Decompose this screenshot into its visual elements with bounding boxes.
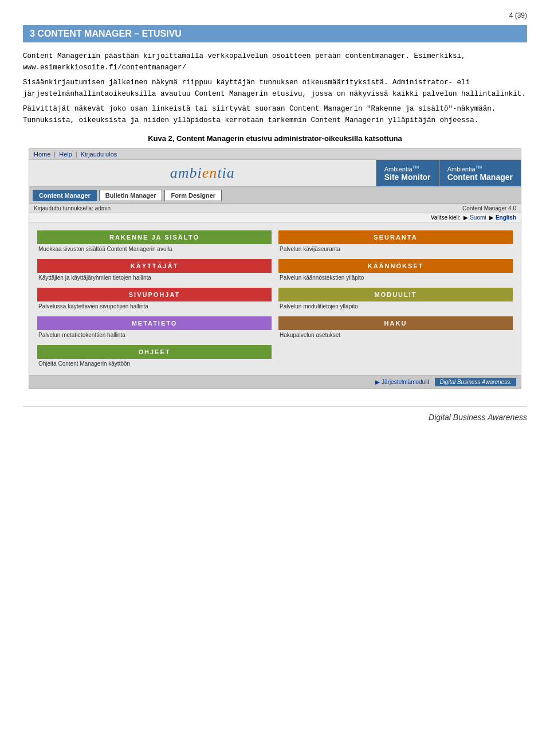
content-manager-brand: AmbientiaTM [447,164,482,173]
language-bar: Valitse kieli: ▶ Suomi ▶ English [29,213,521,222]
desc-haku: Hakupalvelun asetukset [278,332,513,338]
logo-area: ambientia [29,160,376,186]
section-title: 3 CONTENT MANAGER – ETUSIVU [23,25,527,42]
desc-rakenne-sisalto: Muokkaa sivuston sisältöä Content Manage… [37,246,272,252]
btn-kaannokset[interactable]: KÄÄNNÖKSET [278,259,513,273]
btn-sivupohjat[interactable]: SIVUPOHJAT [37,288,272,301]
page-number: 4 (39) [23,11,527,19]
header-area: ambientia AmbientiaTM Site Monitor Ambie… [29,160,521,187]
desc-kayttajat: Käyttäjien ja käyttäjäryhmien tietojen h… [37,275,272,281]
btn-rakenne-sisalto[interactable]: RAKENNE JA SISÄLTÖ [37,230,272,244]
product-boxes: AmbientiaTM Site Monitor AmbientiaTM Con… [376,160,521,186]
jarjestelmamodulit-link[interactable]: ▶ Järjestelmämodulit [375,379,429,385]
figure-caption: Kuva 2, Content Managerin etusivu admini… [23,134,527,143]
desc-seuranta: Palvelun kävijäseuranta [278,246,513,252]
paragraph-2: Sisäänkirjautumisen jälkeinen näkymä rii… [23,77,527,100]
content-manager-name: Content Manager [447,173,513,182]
grid-item-ohjeet: OHJEET Ohjeita Content Managerin käyttöö… [34,342,275,370]
lang-suomi[interactable]: Suomi [470,214,486,221]
logged-in-info: Kirjauduttu tunnuksella: admin [34,205,111,211]
version-info: Content Manager 4.0 [462,205,516,211]
site-monitor-name: Site Monitor [384,173,431,182]
screenshot-container: Home | Help | Kirjaudu ulos ambientia Am… [29,148,521,389]
nav-logout[interactable]: Kirjaudu ulos [81,151,117,158]
site-monitor-box: AmbientiaTM Site Monitor [376,160,439,186]
grid-item-haku: HAKU Hakupalvelun asetukset [275,313,516,342]
grid-item-metatieto: METATIETO Palvelun metatietokenttien hal… [34,313,275,342]
nav-sep-1: | [54,151,56,158]
btn-kayttajat[interactable]: KÄYTTÄJÄT [37,259,272,273]
btn-seuranta[interactable]: SEURANTA [278,230,513,244]
btn-ohjeet[interactable]: OHJEET [37,345,272,359]
nav-home[interactable]: Home [34,151,50,158]
grid-item-kayttajat: KÄYTTÄJÄT Käyttäjien ja käyttäjäryhmien … [34,256,275,284]
grid-item-moduulit: MODUULIT Palvelun modulitietojen ylläpit… [275,284,516,313]
grid-item-rakenne: RAKENNE JA SISÄLTÖ Muokkaa sivuston sisä… [34,227,275,256]
info-bar: Kirjauduttu tunnuksella: admin Content M… [29,204,521,213]
desc-sivupohjat: Palvelussa käytettävien sivupohjien hall… [37,303,272,310]
desc-kaannokset: Palvelun käännöstekstien ylläpito [278,275,513,281]
btn-haku[interactable]: HAKU [278,316,513,330]
lang-english[interactable]: English [496,214,516,221]
lang-label: Valitse kieli: [431,214,461,221]
desc-metatieto: Palvelun metatietokenttien hallinta [37,332,272,338]
paragraph-1: Content Manageriin päästään kirjoittamal… [23,50,527,73]
page-footer: Digital Business Awareness [23,406,527,422]
btn-metatieto[interactable]: METATIETO [37,316,272,330]
desc-ohjeet: Ohjeita Content Managerin käyttöön [37,361,272,367]
site-monitor-brand: AmbientiaTM [384,164,419,173]
main-grid: RAKENNE JA SISÄLTÖ Muokkaa sivuston sisä… [29,222,521,375]
paragraph-3: Päivittäjät näkevät joko osan linkeistä … [23,103,527,126]
btn-moduulit[interactable]: MODUULIT [278,288,513,301]
grid-item-empty [275,342,516,370]
grid-item-seuranta: SEURANTA Palvelun kävijäseuranta [275,227,516,256]
footer-brand: Digital Business Awareness. [435,378,516,386]
logo-text: ambientia [170,164,235,182]
nav-form-designer[interactable]: Form Designer [164,190,222,201]
grid-item-kaannokset: KÄÄNNÖKSET Palvelun käännöstekstien yllä… [275,256,516,284]
button-navigation: Content Manager Bulletin Manager Form De… [29,187,521,204]
grid-item-sivupohjat: SIVUPOHJAT Palvelussa käytettävien sivup… [34,284,275,313]
nav-bulletin-manager[interactable]: Bulletin Manager [99,190,163,201]
top-navigation: Home | Help | Kirjaudu ulos [29,149,521,160]
ambientia-logo: ambientia [170,164,235,182]
nav-sep-2: | [76,151,77,158]
screenshot-footer: ▶ Järjestelmämodulit Digital Business Aw… [29,375,521,389]
content-manager-box: AmbientiaTM Content Manager [439,160,521,186]
nav-content-manager[interactable]: Content Manager [33,190,97,201]
desc-moduulit: Palvelun modulitietojen ylläpito [278,303,513,310]
nav-help[interactable]: Help [59,151,72,158]
